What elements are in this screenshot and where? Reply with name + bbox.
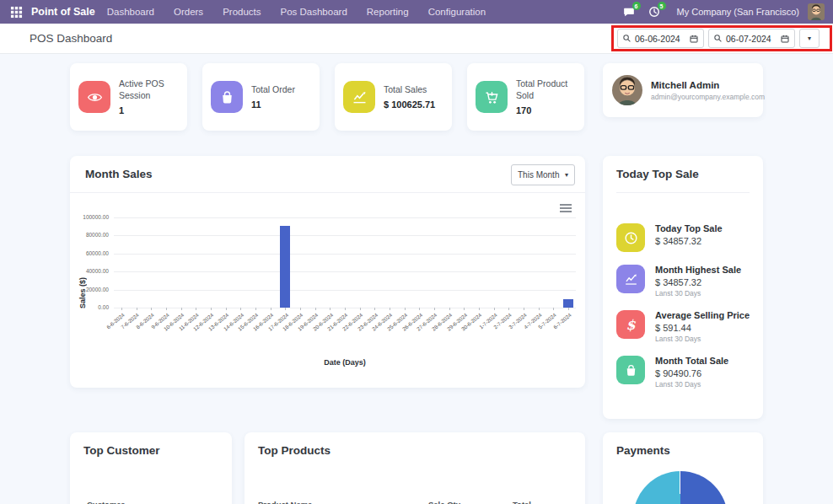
cart-icon [476, 81, 508, 113]
item-subtext: Lanst 30 Days [655, 289, 741, 298]
bag-icon [211, 81, 243, 113]
item-value: $ 34857.32 [655, 277, 741, 287]
chevron-down-icon: ▾ [565, 171, 568, 179]
x-tick-mark [374, 308, 375, 310]
date-to-input[interactable] [726, 34, 777, 44]
y-axis-label: Sales ($) [78, 217, 87, 308]
top-customer-title: Top Customer [83, 444, 160, 457]
kpi-label: Total Sales [384, 84, 435, 96]
app-name[interactable]: Point of Sale [31, 6, 95, 18]
kpi-card-total-sales[interactable]: Total Sales $ 100625.71 [335, 63, 452, 131]
x-tick-mark [315, 308, 316, 310]
date-from-input[interactable] [635, 34, 685, 44]
x-tick-mark [405, 308, 406, 310]
gridline [114, 271, 576, 272]
y-tick-label: 40000.00 [86, 268, 109, 274]
search-icon [713, 34, 723, 43]
today-top-sale-panel: Today Top Sale Today Top Sale $ 34857.32… [603, 156, 763, 419]
activities-clock-icon[interactable]: 5 [648, 6, 660, 18]
messages-badge: 6 [632, 2, 641, 10]
x-tick-mark [196, 308, 196, 310]
column-header: Sale Qty [428, 500, 460, 504]
calendar-icon[interactable] [780, 34, 790, 44]
month-filter-select[interactable]: This Month ▾ [511, 164, 575, 185]
clock-icon [616, 223, 645, 252]
payments-title: Payments [616, 444, 670, 457]
search-icon [622, 34, 631, 43]
activities-badge: 5 [658, 2, 666, 10]
menu-reporting[interactable]: Reporting [367, 7, 409, 17]
list-item: $ Average Selling Price $ 591.44 Lanst 3… [616, 310, 755, 343]
top-products-title: Top Products [258, 444, 331, 457]
item-value: $ 591.44 [655, 323, 750, 333]
column-header: Total [513, 500, 531, 504]
item-label: Average Selling Price [655, 310, 750, 320]
kpi-label: Total Order [251, 84, 295, 96]
x-tick-mark [137, 308, 137, 310]
column-header: Customer [87, 500, 124, 504]
month-sales-panel: Month Sales This Month ▾ Sales ($) 10000… [70, 156, 585, 388]
x-tick-mark [300, 308, 301, 310]
gridline [114, 235, 576, 236]
gridline [114, 290, 576, 291]
x-tick-mark [449, 308, 450, 310]
today-top-sale-title: Today Top Sale [616, 168, 699, 180]
x-tick-mark [479, 308, 480, 310]
bar-17-6-2024[interactable] [280, 226, 290, 308]
user-email: admin@yourcompany.example.com [651, 93, 765, 101]
x-tick-mark [240, 308, 241, 310]
list-item: Month Total Sale $ 90490.76 Lanst 30 Day… [616, 356, 755, 389]
menu-products[interactable]: Products [223, 7, 261, 17]
x-tick-mark [434, 308, 435, 310]
kpi-card-product-sold[interactable]: Total Product Sold 170 [467, 63, 584, 131]
menu-orders[interactable]: Orders [174, 7, 203, 17]
date-from-group [617, 29, 704, 48]
apps-grid-icon[interactable] [10, 6, 23, 19]
menu-dashboard[interactable]: Dashboard [107, 7, 154, 17]
company-switcher[interactable]: My Company (San Francisco) [677, 7, 800, 17]
x-tick-mark [524, 308, 524, 310]
top-navbar: Point of Sale Dashboard Orders Products … [0, 0, 833, 24]
menu-pos-dashboard[interactable]: Pos Dashboard [281, 7, 347, 17]
kpi-label: Total Product Sold [516, 78, 576, 101]
item-subtext: Lanst 30 Days [655, 335, 750, 343]
y-tick-label: 60000.00 [86, 250, 109, 256]
chart-export-menu-icon[interactable] [560, 204, 572, 214]
top-products-panel: Top Products Product Name Sale Qty Total [245, 432, 585, 504]
main-menu: Dashboard Orders Products Pos Dashboard … [107, 7, 486, 17]
x-tick-mark [181, 308, 182, 310]
item-value: $ 90490.76 [655, 368, 728, 378]
menu-configuration[interactable]: Configuration [428, 7, 486, 17]
user-name: Mitchell Admin [651, 80, 765, 90]
x-axis-label: Date (Days) [114, 358, 576, 367]
date-to-group [708, 29, 795, 48]
user-avatar-small[interactable] [808, 3, 825, 20]
top-customer-panel: Top Customer Customer [70, 432, 232, 504]
kpi-card-total-order[interactable]: Total Order 11 [202, 63, 320, 131]
annotation-highlight: ▾ [611, 25, 832, 51]
eye-icon [78, 81, 110, 113]
x-tick-mark [285, 308, 286, 310]
calendar-icon[interactable] [689, 34, 699, 44]
payments-panel: Payments [603, 432, 763, 504]
month-filter-value: This Month [518, 170, 559, 180]
bar-6-7-2024[interactable] [563, 299, 573, 308]
payments-pie[interactable] [633, 471, 728, 504]
gridline [114, 217, 576, 218]
control-panel: POS Dashboard ▾ [0, 24, 833, 54]
kpi-value: $ 100625.71 [384, 99, 435, 110]
date-range-dropdown-button[interactable]: ▾ [799, 29, 820, 48]
x-tick-mark [494, 308, 495, 310]
messages-icon[interactable]: 6 [623, 6, 635, 18]
user-card[interactable]: Mitchell Admin admin@yourcompany.example… [603, 63, 763, 117]
y-tick-label: 80000.00 [86, 232, 109, 238]
chevron-down-icon: ▾ [808, 35, 811, 42]
list-item: Today Top Sale $ 34857.32 [616, 223, 755, 252]
x-tick-mark [271, 308, 271, 310]
x-tick-mark [539, 308, 540, 310]
x-tick-mark [345, 308, 346, 310]
kpi-card-active-session[interactable]: Active POS Session 1 [70, 63, 187, 131]
item-label: Today Top Sale [655, 223, 723, 233]
item-subtext: Lanst 30 Days [655, 380, 728, 389]
x-tick-mark [151, 308, 152, 310]
